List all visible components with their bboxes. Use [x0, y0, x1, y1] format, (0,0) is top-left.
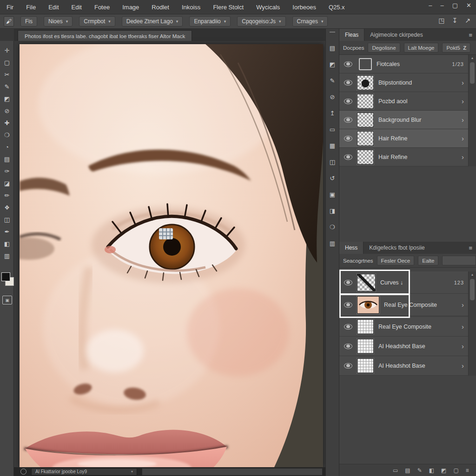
tab-adjustments[interactable]: Kdigefecks fbot lposiie: [364, 245, 430, 251]
expand-chevron-icon[interactable]: ›: [462, 153, 464, 161]
menu-item[interactable]: Q25.x: [329, 4, 345, 11]
menu-item[interactable]: Fotee: [94, 4, 110, 11]
menu-item[interactable]: Flere Stolct: [213, 4, 244, 11]
move-tool-icon[interactable]: ✛: [0, 45, 14, 56]
expand-chevron-icon[interactable]: ›: [462, 79, 464, 86]
options-dropdown-button[interactable]: Enparadiio▾: [189, 16, 231, 26]
expand-chevron-icon[interactable]: ›: [462, 323, 464, 331]
gradient-tool-icon[interactable]: ◪: [0, 178, 14, 189]
menu-item-edit[interactable]: Edit: [48, 4, 59, 11]
options-dropdown-button[interactable]: Dedee Ztnert Lago▾: [122, 16, 183, 26]
marquee-tool-icon[interactable]: ▢: [0, 57, 14, 68]
lasso-tool-icon[interactable]: ✂: [0, 69, 14, 80]
curves-thumbnail[interactable]: [357, 274, 376, 291]
visibility-eye-icon[interactable]: [344, 136, 352, 141]
expand-chevron-icon[interactable]: ›: [462, 116, 464, 124]
layer-thumbnail[interactable]: [357, 339, 374, 354]
device-preview-icon[interactable]: ▭: [326, 123, 339, 135]
layer-thumbnail[interactable]: [357, 112, 374, 127]
menu-item-file[interactable]: File: [26, 4, 36, 11]
visibility-eye-icon[interactable]: [344, 61, 352, 67]
layer-row[interactable]: Fiotcales 1/23: [339, 55, 469, 73]
expand-chevron-icon[interactable]: ›: [462, 362, 464, 370]
glyphs-panel-icon[interactable]: ▥: [326, 237, 339, 249]
menu-item[interactable]: Wycicals: [256, 4, 280, 11]
options-dropdown-button[interactable]: Crnages▾: [292, 16, 328, 26]
panel-menu-icon[interactable]: ≡: [469, 32, 472, 39]
tab-layers[interactable]: Fleas: [339, 29, 364, 41]
tool-preset-button[interactable]: Fis: [20, 16, 37, 26]
clone-tool-icon[interactable]: ◔: [0, 141, 14, 152]
expand-chevron-icon[interactable]: ›: [462, 134, 464, 142]
brush-tool-icon[interactable]: ❍: [0, 129, 14, 140]
filter-kind-button[interactable]: Degolisne: [368, 43, 400, 53]
layer-thumbnail[interactable]: [357, 150, 374, 165]
heal-tool-icon[interactable]: ✚: [0, 117, 14, 128]
filter-dropdown[interactable]: [442, 256, 476, 265]
group-thumbnail[interactable]: [359, 58, 372, 70]
scrollbar-thumb[interactable]: [470, 279, 475, 300]
shape-tool-icon[interactable]: ◧: [0, 238, 14, 249]
tab-styles[interactable]: Hess: [339, 242, 364, 254]
color-panel-icon[interactable]: ◩: [326, 58, 339, 70]
minimize-icon[interactable]: –: [429, 2, 432, 9]
layer-row[interactable]: AI Headshot Base ›: [339, 356, 469, 376]
crop-tool-icon[interactable]: ◩: [0, 93, 14, 104]
properties-icon[interactable]: ◫: [326, 156, 339, 168]
panel-options-icon[interactable]: ≡: [466, 467, 469, 474]
dodge-tool-icon[interactable]: ❖: [0, 202, 14, 213]
layer-thumbnail[interactable]: [357, 319, 374, 334]
layer-row-selected[interactable]: Hair Refine ›: [339, 129, 469, 148]
layer-row-real-eye[interactable]: Real Eye Composite ›: [339, 294, 469, 316]
minimize-icon[interactable]: –: [441, 2, 444, 9]
scrollbar[interactable]: ▴: [468, 271, 476, 376]
layer-mask-icon[interactable]: ✎: [417, 467, 422, 474]
options-dropdown-button[interactable]: Crmpbot▾: [79, 16, 115, 26]
maximize-icon[interactable]: ▢: [452, 2, 458, 9]
scrollbar[interactable]: ▴: [468, 55, 476, 166]
visibility-eye-icon[interactable]: [344, 324, 352, 330]
clone-source-icon[interactable]: ⊘: [326, 91, 339, 103]
visibility-eye-icon[interactable]: [344, 80, 352, 86]
export-panel-icon[interactable]: ↥: [326, 107, 339, 119]
expand-chevron-icon[interactable]: ›: [462, 301, 464, 309]
blur-tool-icon[interactable]: ✏: [0, 190, 14, 201]
type-tool-icon[interactable]: ✒: [0, 226, 14, 237]
visibility-eye-icon[interactable]: [344, 344, 352, 349]
link-layers-icon[interactable]: ▭: [393, 467, 398, 474]
eyedropper-tool-icon[interactable]: ⊘: [0, 105, 14, 116]
status-layer-field[interactable]: Al Fkattarior jpoobe Loy9 ▾: [31, 468, 137, 476]
active-tool-icon[interactable]: 🖌: [4, 16, 14, 26]
tab-channels[interactable]: Aigimeolce ckirpedes: [364, 32, 428, 38]
hand-tool-icon[interactable]: ▥: [0, 250, 14, 261]
visibility-eye-icon[interactable]: [344, 154, 352, 160]
layer-thumbnail[interactable]: [357, 75, 374, 90]
menu-item[interactable]: Inkoiss: [182, 4, 200, 11]
history-panel-icon[interactable]: ↺: [326, 172, 339, 184]
export-icon[interactable]: ◳: [438, 17, 444, 24]
new-layer-icon[interactable]: ▢: [453, 467, 458, 474]
eraser-tool-icon[interactable]: ✑: [0, 165, 14, 177]
document-tab[interactable]: Photos ifost es tlesra labe. chagobt iba…: [18, 30, 192, 41]
visibility-eye-icon[interactable]: [344, 280, 352, 285]
foreground-color-swatch[interactable]: [1, 272, 10, 281]
scrollbar-thumb[interactable]: [470, 62, 475, 84]
layer-thumbnail[interactable]: [357, 358, 374, 373]
eye-photo-thumbnail[interactable]: [357, 296, 379, 314]
info-panel-icon[interactable]: ▦: [326, 139, 339, 152]
adjustment-row-curves[interactable]: Curves ↓ 123: [339, 271, 469, 294]
group-layers-icon[interactable]: ◩: [441, 467, 446, 474]
layer-effects-icon[interactable]: ▤: [405, 467, 410, 474]
quick-mask-icon[interactable]: ▣: [2, 296, 12, 304]
menu-item-image[interactable]: Image: [122, 4, 139, 11]
layer-comps-icon[interactable]: ◨: [326, 205, 339, 217]
pen-tool-icon[interactable]: ✎: [0, 81, 14, 92]
history-brush-tool-icon[interactable]: ▤: [0, 153, 14, 165]
menu-item-edit2[interactable]: Edit: [72, 4, 82, 11]
layer-row[interactable]: Btipstontiond ›: [339, 73, 469, 92]
visibility-eye-icon[interactable]: [344, 99, 352, 104]
options-dropdown-button[interactable]: Nioes▾: [44, 16, 73, 26]
styles-panel-icon[interactable]: ❍: [326, 221, 339, 233]
filter-mode-button[interactable]: Lalt Moege: [404, 43, 439, 53]
layer-thumbnail[interactable]: [357, 94, 374, 109]
